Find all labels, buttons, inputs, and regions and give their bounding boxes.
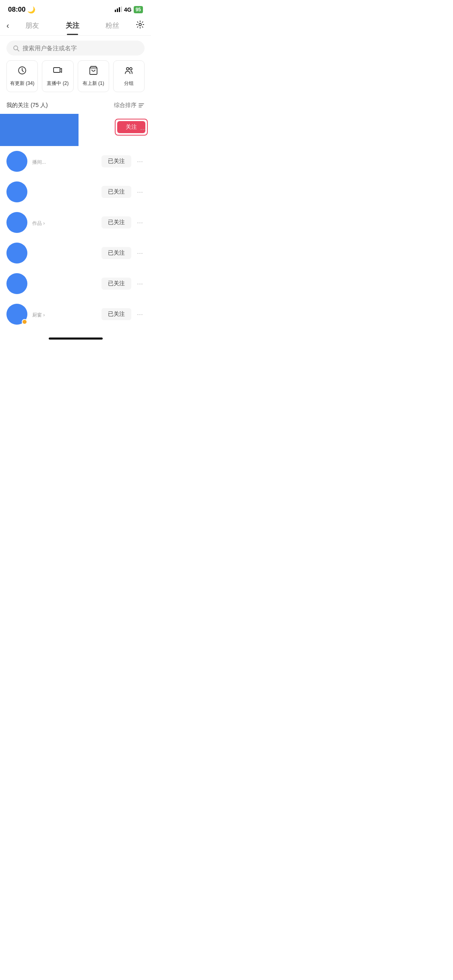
more-button-3[interactable]: ···	[135, 186, 145, 198]
live-icon	[53, 66, 62, 78]
updates-label: 有更新 (34)	[10, 80, 35, 87]
filter-live[interactable]: 直播中 (2)	[42, 60, 73, 92]
user-item-2: 播间... 已关注 ···	[0, 146, 151, 177]
signal-icon	[115, 6, 122, 13]
following-count: 我的关注 (75 人)	[6, 102, 48, 109]
sort-label: 综合排序	[114, 102, 137, 109]
user-item-3: 已关注 ···	[0, 177, 151, 207]
nav-tabs: ‹ 朋友 关注 粉丝	[0, 17, 151, 36]
blue-overlay	[0, 114, 79, 146]
user-item-1-wrapper: 作品 › 关注 ···	[0, 114, 151, 146]
action-area-2: 已关注 ···	[101, 155, 145, 167]
svg-point-11	[130, 68, 132, 70]
tab-friends[interactable]: 朋友	[12, 21, 52, 35]
filter-groups[interactable]: 分组	[113, 60, 145, 92]
groups-label: 分组	[124, 80, 134, 87]
more-button-4[interactable]: ···	[135, 217, 145, 229]
tab-fans[interactable]: 粉丝	[93, 21, 132, 35]
search-icon	[13, 45, 19, 51]
status-bar: 08:00 🌙 4G 95	[0, 0, 151, 17]
user-info-3	[32, 191, 97, 193]
more-button-2[interactable]: ···	[135, 156, 145, 167]
user-sub-4: 作品 ›	[32, 220, 97, 227]
svg-point-4	[139, 23, 141, 26]
sort-icon	[138, 102, 145, 109]
more-button-5[interactable]: ···	[135, 247, 145, 259]
moon-icon: 🌙	[27, 6, 35, 14]
action-area-4: 已关注 ···	[101, 216, 145, 229]
avatar-4	[6, 212, 27, 233]
action-area-3: 已关注 ···	[101, 186, 145, 198]
filter-new-items[interactable]: 有上新 (1)	[78, 60, 109, 92]
updates-icon	[17, 66, 27, 78]
filter-updates[interactable]: 有更新 (34)	[6, 60, 38, 92]
status-time: 08:00	[8, 6, 25, 14]
user-info-2: 播间...	[32, 157, 97, 166]
user-item-6: 已关注 ···	[0, 268, 151, 299]
avatar-3	[6, 181, 27, 202]
user-info-6	[32, 283, 97, 284]
svg-line-6	[17, 49, 19, 51]
live-label: 直播中 (2)	[47, 80, 68, 87]
more-button-1[interactable]: ···	[139, 124, 148, 135]
user-sub-2: 播间...	[32, 159, 97, 166]
home-indicator	[49, 338, 103, 340]
svg-rect-8	[54, 68, 60, 72]
user-info-4: 作品 ›	[32, 218, 97, 227]
follow-button-2[interactable]: 已关注	[101, 155, 131, 167]
status-icons: 4G 95	[115, 6, 143, 13]
shop-icon	[89, 66, 98, 78]
avatar-6	[6, 273, 27, 294]
network-type: 4G	[124, 6, 132, 13]
follow-button-3[interactable]: 已关注	[101, 186, 131, 198]
more-button-6[interactable]: ···	[135, 278, 145, 290]
svg-rect-3	[121, 6, 122, 12]
new-items-label: 有上新 (1)	[83, 80, 104, 87]
section-header: 我的关注 (75 人) 综合排序	[0, 99, 151, 114]
groups-icon	[124, 66, 134, 78]
user-item-4: 作品 › 已关注 ···	[0, 207, 151, 238]
filter-cards: 有更新 (34) 直播中 (2) 有上新 (1)	[0, 60, 151, 99]
search-bar[interactable]	[6, 41, 145, 56]
user-item-7: 厨窗 › 已关注 ···	[0, 299, 151, 329]
settings-button[interactable]	[132, 20, 145, 35]
svg-rect-1	[117, 8, 118, 12]
svg-rect-2	[119, 7, 120, 12]
follow-button-7[interactable]: 已关注	[101, 308, 131, 320]
user-info-7: 厨窗 ›	[32, 310, 97, 319]
follow-button-6[interactable]: 已关注	[101, 278, 131, 290]
svg-point-10	[126, 68, 129, 70]
battery-icon: 95	[134, 6, 143, 13]
search-input[interactable]	[23, 45, 138, 51]
user-sub-7: 厨窗 ›	[32, 312, 97, 319]
follow-button-4[interactable]: 已关注	[101, 216, 131, 229]
svg-rect-0	[115, 10, 116, 12]
user-item-5: 已关注 ···	[0, 238, 151, 268]
user-list: 作品 › 关注 ··· 播间... 已关注 ··· 已	[0, 114, 151, 329]
action-area-7: 已关注 ···	[101, 308, 145, 320]
tab-following[interactable]: 关注	[52, 21, 92, 35]
avatar-5	[6, 243, 27, 264]
action-area-6: 已关注 ···	[101, 278, 145, 290]
more-button-7[interactable]: ···	[135, 309, 145, 320]
orange-badge-7	[22, 319, 27, 325]
avatar-wrapper-7	[6, 304, 27, 325]
back-button[interactable]: ‹	[6, 21, 12, 35]
user-info-5	[32, 252, 97, 254]
action-area-5: 已关注 ···	[101, 247, 145, 259]
follow-button-5[interactable]: 已关注	[101, 247, 131, 259]
avatar-2	[6, 151, 27, 172]
sort-button[interactable]: 综合排序	[114, 102, 145, 109]
